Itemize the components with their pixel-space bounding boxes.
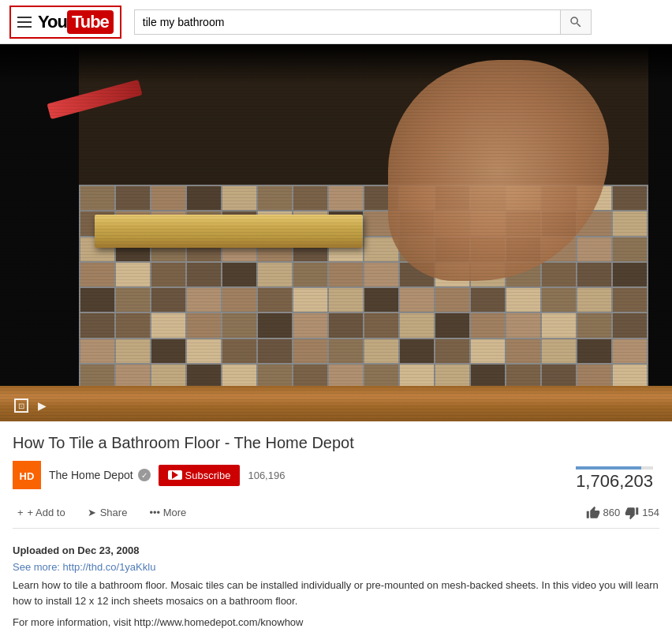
more-info-text: For more information, visit http://www.h… [13,616,303,628]
view-count-area: 1,706,203 [576,466,659,492]
more-label: ••• More [149,507,186,518]
play-next-button[interactable]: ▶ [33,396,51,415]
video-player[interactable]: ⊡ ▶ [0,44,672,421]
view-bar [576,466,653,470]
youtube-logo[interactable]: YouTube [38,10,114,34]
thumbs-down-icon [625,506,639,520]
share-button[interactable]: ➤ Share [83,503,133,522]
like-button[interactable]: 860 [586,506,621,520]
video-thumbnail: ⊡ ▶ [0,44,672,421]
dislike-button[interactable]: 154 [625,506,659,520]
like-dislike-area: 860 154 [586,506,659,520]
hamburger-menu-icon[interactable] [17,17,32,28]
logo-tube: Tube [67,10,114,34]
subscribe-label: Subscribe [185,470,231,481]
more-info: For more information, visit http://www.h… [13,616,659,628]
video-title: How To Tile a Bathroom Floor - The Home … [13,432,659,453]
wood-board [95,215,363,248]
subscribe-yt-icon [168,470,182,480]
youtube-logo-area[interactable]: YouTube [9,6,121,39]
search-button[interactable] [560,9,592,35]
more-button[interactable]: ••• More [144,503,191,522]
description-area: Uploaded on Dec 23, 2008 See more: http:… [0,535,672,636]
video-info: How To Tile a Bathroom Floor - The Home … [0,421,672,535]
see-more-link[interactable]: See more: http://thd.co/1yaKklu [13,561,659,573]
search-icon [569,15,583,29]
resize-button[interactable]: ⊡ [9,395,33,416]
add-to-button[interactable]: + + Add to [13,503,70,522]
actions-row: + + Add to ➤ Share ••• More 860 [13,497,659,529]
thumbs-up-icon [586,506,600,520]
dark-right-bg [648,44,672,421]
upload-date: Uploaded on Dec 23, 2008 [13,544,659,556]
search-bar [134,9,592,35]
verified-icon: ✓ [138,469,151,481]
svg-text:HD: HD [20,470,35,482]
share-label: Share [100,507,128,518]
resize-icon: ⊡ [14,398,28,413]
channel-info: The Home Depot ✓ [49,469,151,481]
video-controls: ⊡ ▶ [0,390,672,421]
search-input[interactable] [134,9,560,35]
channel-name-area: The Home Depot ✓ [49,469,151,481]
subscribe-button[interactable]: Subscribe [159,465,241,486]
channel-name[interactable]: The Home Depot [49,469,133,481]
logo-you: You [38,12,67,32]
like-count: 860 [603,507,621,518]
page-header: YouTube [0,0,672,44]
view-count: 1,706,203 [576,471,653,491]
view-bar-fill [576,466,641,470]
share-icon: ➤ [88,507,96,518]
channel-icon: HD [13,461,41,489]
add-icon: + [17,507,24,518]
subscriber-count: 106,196 [248,470,285,481]
description-text: Learn how to tile a bathroom floor. Mosa… [13,578,659,608]
add-label: + Add to [28,507,65,518]
channel-row: HD The Home Depot ✓ Subscribe 106,196 [13,461,285,489]
main-content: ⊡ ▶ How To Tile a Bathroom Floor - The H… [0,44,672,636]
dislike-count: 154 [642,507,659,518]
